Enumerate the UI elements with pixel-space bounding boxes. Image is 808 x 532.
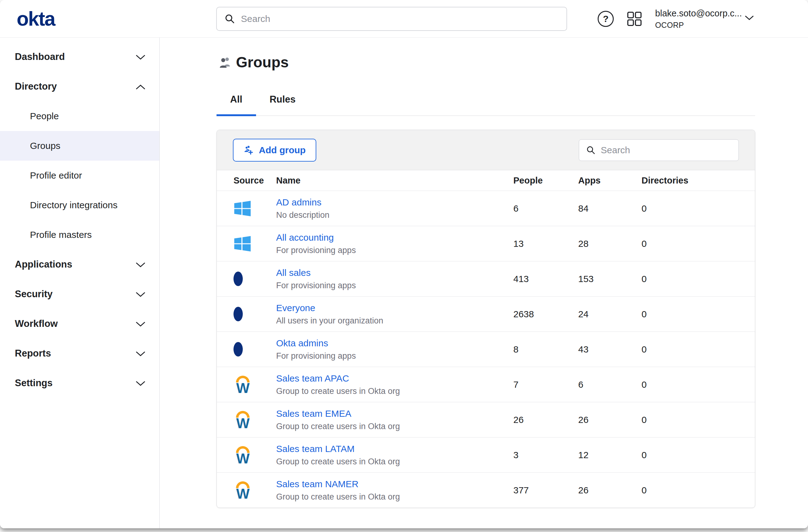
group-description: No description — [276, 210, 513, 220]
chevron-down-icon — [136, 259, 145, 270]
table-search-input[interactable] — [601, 145, 732, 155]
sidebar-item-profile-editor[interactable]: Profile editor — [0, 161, 159, 190]
people-count: 3 — [513, 450, 578, 460]
account-org: OCORP — [655, 21, 754, 30]
sidebar-item-label: Reports — [15, 348, 51, 359]
apps-count: 24 — [578, 309, 642, 319]
windows-icon — [234, 200, 276, 218]
windows-icon — [234, 235, 276, 253]
people-count: 26 — [513, 415, 578, 425]
sidebar-item-directory-integrations[interactable]: Directory integrations — [0, 190, 159, 220]
tab-label: All — [230, 94, 242, 105]
sidebar-item-profile-masters[interactable]: Profile masters — [0, 220, 159, 250]
group-description: For provisioning apps — [276, 351, 513, 361]
app-switcher-button[interactable] — [626, 11, 643, 27]
okta-admin-window: okta ? blake.soto@ocorp.c... — [0, 0, 808, 528]
sidebar-item-label: Directory — [15, 81, 57, 92]
search-icon — [224, 13, 235, 24]
directories-count: 0 — [642, 450, 755, 460]
okta-logo[interactable]: okta — [17, 0, 55, 38]
table-row: EveryoneAll users in your organization 2… — [217, 296, 755, 331]
sidebar-item-label: Settings — [15, 378, 53, 389]
help-button[interactable]: ? — [598, 11, 614, 27]
chevron-down-icon — [136, 318, 145, 329]
group-link[interactable]: Sales team LATAM — [276, 444, 354, 454]
apps-count: 26 — [578, 485, 642, 496]
directories-count: 0 — [642, 379, 755, 390]
group-description: For provisioning apps — [276, 281, 513, 290]
group-link[interactable]: All accounting — [276, 232, 334, 243]
table-search — [579, 139, 739, 161]
column-header-apps: Apps — [578, 176, 642, 186]
table-row: W Sales team APACGroup to create users i… — [217, 367, 755, 402]
column-header-directories: Directories — [642, 176, 755, 186]
sidebar-item-groups[interactable]: Groups — [0, 131, 159, 161]
workday-icon: W — [234, 446, 276, 464]
sidebar-item-dashboard[interactable]: Dashboard — [0, 42, 159, 72]
directories-count: 0 — [642, 485, 755, 496]
apps-count: 26 — [578, 415, 642, 425]
column-header-name: Name — [276, 176, 513, 186]
chevron-down-icon — [136, 289, 145, 300]
group-link[interactable]: AD admins — [276, 197, 322, 208]
workday-icon: W — [234, 411, 276, 429]
chevron-up-icon — [136, 81, 145, 92]
people-count: 2638 — [513, 309, 578, 319]
tab-rules[interactable]: Rules — [256, 93, 309, 115]
global-search-input[interactable] — [241, 14, 559, 24]
okta-icon — [234, 311, 276, 317]
group-description: Group to create users in Okta org — [276, 492, 513, 502]
global-search — [216, 7, 567, 31]
sidebar-item-workflow[interactable]: Workflow — [0, 309, 159, 338]
group-description: Group to create users in Okta org — [276, 386, 513, 396]
people-count: 6 — [513, 203, 578, 214]
group-description: For provisioning apps — [276, 245, 513, 255]
sidebar-item-label: People — [30, 111, 59, 122]
group-link[interactable]: Sales team APAC — [276, 373, 349, 384]
directories-count: 0 — [642, 309, 755, 319]
column-header-source: Source — [234, 176, 276, 186]
sidebar-item-applications[interactable]: Applications — [0, 250, 159, 279]
account-menu[interactable]: blake.soto@ocorp.c... OCORP — [655, 8, 754, 30]
sidebar-item-security[interactable]: Security — [0, 279, 159, 309]
add-group-button[interactable]: Add group — [233, 139, 316, 162]
sidebar-item-label: Profile masters — [30, 230, 92, 240]
apps-count: 6 — [578, 379, 642, 390]
top-right-cluster: ? blake.soto@ocorp.c... OCORP — [598, 0, 754, 38]
directories-count: 0 — [642, 203, 755, 214]
group-link[interactable]: All sales — [276, 268, 311, 278]
people-count: 7 — [513, 379, 578, 390]
table-toolbar: Add group — [217, 130, 755, 170]
tab-all[interactable]: All — [217, 93, 256, 115]
directories-count: 0 — [642, 239, 755, 249]
table-row: Okta adminsFor provisioning apps 8 43 0 — [217, 331, 755, 367]
sidebar-item-label: Applications — [15, 259, 72, 270]
group-description: All users in your organization — [276, 316, 513, 326]
apps-count: 153 — [578, 274, 642, 284]
chevron-down-icon — [745, 15, 754, 20]
table-row: W Sales team NAMERGroup to create users … — [217, 472, 755, 508]
workday-icon: W — [234, 376, 276, 393]
column-header-people: People — [513, 176, 578, 186]
group-link[interactable]: Sales team NAMER — [276, 479, 359, 489]
groups-icon — [219, 56, 232, 69]
people-count: 8 — [513, 344, 578, 355]
apps-count: 43 — [578, 344, 642, 355]
sidebar-item-reports[interactable]: Reports — [0, 338, 159, 368]
table-row: All salesFor provisioning apps 413 153 0 — [217, 261, 755, 296]
sidebar-item-label: Directory integrations — [30, 200, 117, 210]
people-count: 377 — [513, 485, 578, 496]
sidebar-item-label: Profile editor — [30, 170, 82, 181]
chevron-down-icon — [136, 51, 145, 62]
add-person-icon — [243, 145, 254, 155]
group-link[interactable]: Okta admins — [276, 338, 328, 348]
groups-table-card: Add group Source Name People Apps Direct… — [217, 130, 755, 508]
group-link[interactable]: Everyone — [276, 303, 315, 313]
question-mark-icon: ? — [603, 14, 608, 24]
sidebar-item-directory[interactable]: Directory — [0, 72, 159, 101]
sidebar-item-settings[interactable]: Settings — [0, 368, 159, 398]
main-content: Groups All Rules — [160, 38, 808, 528]
group-link[interactable]: Sales team EMEA — [276, 408, 351, 419]
search-icon — [586, 145, 596, 155]
sidebar-item-people[interactable]: People — [0, 101, 159, 131]
